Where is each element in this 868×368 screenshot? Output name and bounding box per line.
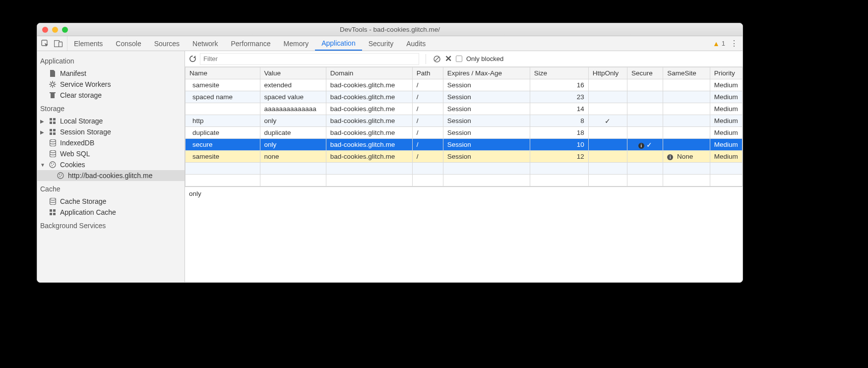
cell-expires[interactable]: Session [443, 151, 530, 163]
close-window-button[interactable] [42, 27, 48, 33]
cell-name[interactable]: duplicate [186, 127, 260, 139]
cell-path[interactable]: / [412, 151, 443, 163]
cell-httponly[interactable] [588, 139, 627, 151]
cell-httponly[interactable] [588, 127, 627, 139]
sidebar-item-web-sql[interactable]: Web SQL [37, 148, 185, 159]
cell-samesite[interactable] [663, 79, 710, 91]
sidebar-item-application-cache[interactable]: Application Cache [37, 207, 185, 218]
cell-expires[interactable]: Session [443, 139, 530, 151]
cell-priority[interactable]: Medium [710, 103, 742, 115]
sidebar-item-service-workers[interactable]: Service Workers [37, 79, 185, 90]
cell-size[interactable]: 12 [530, 151, 588, 163]
cell-samesite[interactable] [663, 103, 710, 115]
cell-expires[interactable]: Session [443, 115, 530, 127]
cell-value[interactable]: only [260, 139, 326, 151]
tab-sources[interactable]: Sources [148, 36, 186, 51]
minimize-window-button[interactable] [52, 27, 58, 33]
cell-domain[interactable]: bad-cookies.glitch.me [326, 115, 412, 127]
cell-domain[interactable]: bad-cookies.glitch.me [326, 127, 412, 139]
inspect-icon[interactable] [41, 40, 49, 48]
cell-samesite[interactable] [663, 139, 710, 151]
cell-secure[interactable] [627, 151, 663, 163]
tab-application[interactable]: Application [315, 36, 362, 51]
column-header[interactable]: HttpOnly [588, 67, 627, 79]
table-row[interactable]: httponlybad-cookies.glitch.me/Session8✓M… [186, 115, 743, 127]
cell-priority[interactable]: Medium [710, 115, 742, 127]
chevron-down-icon[interactable]: ▼ [40, 162, 45, 168]
delete-icon[interactable]: ✕ [445, 54, 452, 64]
cell-name[interactable] [186, 103, 260, 115]
cell-name[interactable]: samesite [186, 79, 260, 91]
cell-priority[interactable]: Medium [710, 91, 742, 103]
column-header[interactable]: Path [412, 67, 443, 79]
cell-path[interactable]: / [412, 79, 443, 91]
cell-size[interactable]: 16 [530, 79, 588, 91]
column-header[interactable]: Value [260, 67, 326, 79]
cell-priority[interactable]: Medium [710, 79, 742, 91]
cell-domain[interactable]: bad-cookies.glitch.me [326, 91, 412, 103]
tab-security[interactable]: Security [362, 36, 400, 51]
table-row[interactable]: spaced namespaced valuebad-cookies.glitc… [186, 91, 743, 103]
tab-network[interactable]: Network [186, 36, 224, 51]
cell-secure[interactable] [627, 103, 663, 115]
cell-httponly[interactable] [588, 103, 627, 115]
cell-priority[interactable]: Medium [710, 127, 742, 139]
cell-secure[interactable] [627, 91, 663, 103]
cell-secure[interactable] [627, 127, 663, 139]
cell-samesite[interactable] [663, 127, 710, 139]
cell-value[interactable]: extended [260, 79, 326, 91]
cell-name[interactable]: spaced name [186, 91, 260, 103]
sidebar-item-cookies[interactable]: ▼Cookies [37, 159, 185, 170]
sidebar-item-clear-storage[interactable]: Clear storage [37, 90, 185, 101]
table-row[interactable]: samesiteextendedbad-cookies.glitch.me/Se… [186, 79, 743, 91]
tab-console[interactable]: Console [109, 36, 147, 51]
cell-expires[interactable]: Session [443, 79, 530, 91]
table-row[interactable]: aaaaaaaaaaaaaabad-cookies.glitch.me/Sess… [186, 103, 743, 115]
column-header[interactable]: Domain [326, 67, 412, 79]
chevron-right-icon[interactable]: ▶ [40, 129, 45, 135]
cell-samesite[interactable] [663, 115, 710, 127]
cell-expires[interactable]: Session [443, 127, 530, 139]
sidebar-item-session-storage[interactable]: ▶Session Storage [37, 126, 185, 137]
cell-value[interactable]: none [260, 151, 326, 163]
maximize-window-button[interactable] [62, 27, 68, 33]
cell-expires[interactable]: Session [443, 103, 530, 115]
cell-secure[interactable]: i✓ [627, 139, 663, 151]
cell-domain[interactable]: bad-cookies.glitch.me [326, 103, 412, 115]
cell-value[interactable]: only [260, 115, 326, 127]
cell-priority[interactable]: Medium [710, 151, 742, 163]
cell-domain[interactable]: bad-cookies.glitch.me [326, 139, 412, 151]
cell-value[interactable]: spaced value [260, 91, 326, 103]
cell-size[interactable]: 8 [530, 115, 588, 127]
sidebar-item-indexeddb[interactable]: IndexedDB [37, 137, 185, 148]
sidebar-item-cache-storage[interactable]: Cache Storage [37, 196, 185, 207]
cell-size[interactable]: 10 [530, 139, 588, 151]
table-row[interactable]: secureonlybad-cookies.glitch.me/Session1… [186, 139, 743, 151]
column-header[interactable]: Expires / Max-Age [443, 67, 530, 79]
cell-path[interactable]: / [412, 127, 443, 139]
cell-name[interactable]: samesite [186, 151, 260, 163]
column-header[interactable]: SameSite [663, 67, 710, 79]
only-blocked-checkbox[interactable] [456, 56, 462, 62]
tab-performance[interactable]: Performance [224, 36, 277, 51]
chevron-right-icon[interactable]: ▶ [40, 119, 45, 124]
cell-domain[interactable]: bad-cookies.glitch.me [326, 79, 412, 91]
cell-samesite[interactable]: i None [663, 151, 710, 163]
cell-path[interactable]: / [412, 91, 443, 103]
clear-all-icon[interactable] [433, 55, 441, 63]
column-header[interactable]: Size [530, 67, 588, 79]
filter-input[interactable] [200, 54, 419, 64]
cell-httponly[interactable] [588, 151, 627, 163]
column-header[interactable]: Secure [627, 67, 663, 79]
tab-elements[interactable]: Elements [67, 36, 109, 51]
sidebar-item-cookie-origin[interactable]: http://bad-cookies.glitch.me [37, 170, 185, 181]
cell-httponly[interactable]: ✓ [588, 115, 627, 127]
tab-audits[interactable]: Audits [400, 36, 432, 51]
refresh-icon[interactable] [189, 55, 196, 62]
cell-path[interactable]: / [412, 103, 443, 115]
column-header[interactable]: Priority [710, 67, 742, 79]
cell-secure[interactable] [627, 79, 663, 91]
cookies-table[interactable]: NameValueDomainPathExpires / Max-AgeSize… [185, 67, 743, 186]
cell-value[interactable]: duplicate [260, 127, 326, 139]
cell-path[interactable]: / [412, 115, 443, 127]
